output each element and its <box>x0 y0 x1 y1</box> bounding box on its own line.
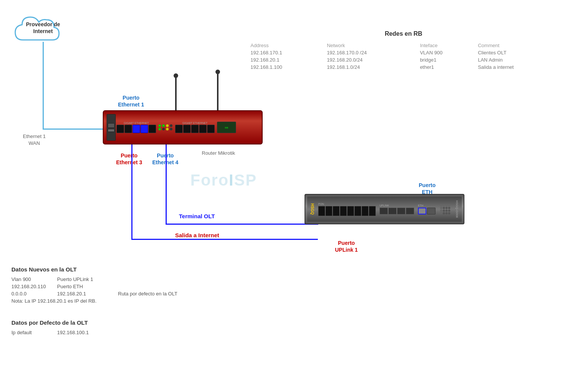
datos-col1: 192.168.20.110 <box>11 284 57 289</box>
antenna-ball-right <box>215 70 220 74</box>
puerto-uplink-label: PuertoUPLink 1 <box>335 240 358 253</box>
router-mikrotik: GIGABT ETHERNET <box>103 110 263 144</box>
table-row: 192.168.20.1 192.168.20.0/24 bridge1 LAN… <box>247 56 560 63</box>
terminal-olt-label: Terminal OLT <box>179 213 215 219</box>
datos-nuevos-row-1: Vlan 900 Puerto UPLink 1 <box>11 276 240 282</box>
datos-col2: 192.168.20.1 <box>57 291 118 297</box>
salida-internet-label: Salida a Internet <box>175 232 219 238</box>
cell: 192.168.170.1 <box>247 49 324 56</box>
router-mikrotik-label: Router Mikrotik <box>202 150 235 156</box>
datos-col2: Puerto UPLink 1 <box>57 276 118 282</box>
cell: VLAN 900 <box>417 49 475 56</box>
table-row: 192.168.1.100 192.168.1.0/24 ether1 Sali… <box>247 63 560 71</box>
ip-default-label: Ip default <box>11 330 57 335</box>
datos-col1: Vlan 900 <box>11 276 57 282</box>
redes-rb-section: Redes en RB Address Network Inteface Com… <box>247 30 560 71</box>
col-inteface: Inteface <box>417 42 475 49</box>
datos-col3: Ruta por defecto en la OLT <box>118 291 177 297</box>
cell: 192.168.20.0/24 <box>324 56 417 63</box>
cable-eth4-vertical <box>166 144 167 224</box>
cable-eth3-vertical <box>131 144 132 240</box>
port-eth1-label: PuertoEthernet 1 <box>118 94 144 108</box>
redes-rb-title: Redes en RB <box>247 30 560 37</box>
cell: ether1 <box>417 63 475 71</box>
ip-default-value: 192.168.100.1 <box>57 330 118 335</box>
cell: LAN Admin <box>475 56 560 63</box>
antenna-ball-left <box>174 73 178 78</box>
cable-eth3-horizontal <box>131 239 318 240</box>
eth1-wan-label: Ethernet 1WAN <box>23 133 46 147</box>
datos-col2: Puerto ETH <box>57 284 118 289</box>
datos-defecto-section: Datos por Defecto de la OLT Ip default 1… <box>11 319 118 335</box>
isp-label: Proveedor de Internet <box>26 21 60 35</box>
datos-defecto-row: Ip default 192.168.100.1 <box>11 330 118 335</box>
cell: Clientes OLT <box>475 49 560 56</box>
cell: 192.168.170.0 /24 <box>324 49 417 56</box>
cell: Salida a internet <box>475 63 560 71</box>
datos-nuevos-row-2: 192.168.20.110 Puerto ETH <box>11 284 240 289</box>
datos-defecto-title: Datos por Defecto de la OLT <box>11 319 118 326</box>
isp-vertical-cable <box>43 42 44 129</box>
watermark: ForoISP <box>190 171 257 189</box>
cloud-isp: Proveedor de Internet <box>11 11 69 49</box>
col-network: Network <box>324 42 417 49</box>
antenna-right <box>217 72 219 114</box>
datos-nuevos-title: Datos Nuevos en la OLT <box>11 266 240 273</box>
datos-nuevos-row-3: 0.0.0.0 192.168.20.1 Ruta por defecto en… <box>11 291 240 297</box>
datos-col1: 0.0.0.0 <box>11 291 57 297</box>
olt-device: HSGQ PON UPLINK <box>305 194 464 224</box>
puerto-eth-label: PuertoETH <box>419 182 435 195</box>
port-eth3-label: PuertoEthernet 3 <box>116 152 142 166</box>
datos-nuevos-section: Datos Nuevos en la OLT Vlan 900 Puerto U… <box>11 266 240 304</box>
redes-rb-table: Address Network Inteface Comment 192.168… <box>247 42 560 71</box>
antenna-left <box>175 76 177 114</box>
cable-eth4-horizontal <box>166 224 318 225</box>
col-address: Address <box>247 42 324 49</box>
olt-brand: HSGQ <box>310 203 314 214</box>
cell: 192.168.1.100 <box>247 63 324 71</box>
col-comment: Comment <box>475 42 560 49</box>
cell: bridge1 <box>417 56 475 63</box>
datos-nuevos-note: Nota: La IP 192.168.20.1 es IP del RB. <box>11 298 240 304</box>
cell: 192.168.20.1 <box>247 56 324 63</box>
cell: 192.168.1.0/24 <box>324 63 417 71</box>
table-row: 192.168.170.1 192.168.170.0 /24 VLAN 900… <box>247 49 560 56</box>
